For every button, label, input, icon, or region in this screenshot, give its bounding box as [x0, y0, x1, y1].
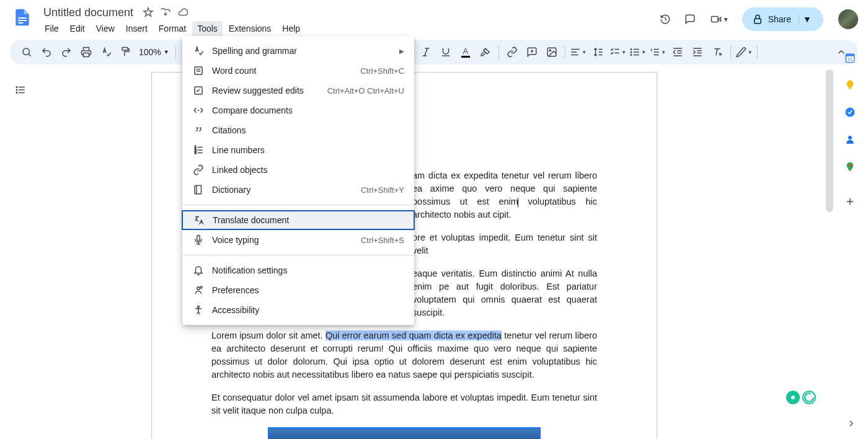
insert-image-icon[interactable]: [542, 43, 561, 61]
paragraph[interactable]: Et consequatur dolor vel amet ipsam sit …: [211, 391, 597, 417]
menu-format[interactable]: Format: [154, 21, 191, 36]
star-icon[interactable]: [142, 6, 154, 19]
insert-link-icon[interactable]: [503, 43, 521, 61]
tasks-icon[interactable]: [844, 107, 857, 119]
editing-mode-icon[interactable]: ▼: [735, 43, 753, 61]
menu-item-notification-settings[interactable]: Notification settings: [182, 260, 414, 280]
move-icon[interactable]: [159, 6, 172, 19]
text-color-icon[interactable]: A: [456, 43, 475, 61]
menu-tools[interactable]: Tools: [192, 21, 223, 36]
svg-rect-6: [84, 53, 89, 57]
compare-icon: [192, 104, 205, 117]
decrease-indent-icon[interactable]: [668, 43, 687, 61]
shortcut: Ctrl+Shift+Y: [361, 185, 404, 195]
search-icon[interactable]: [17, 43, 36, 61]
svg-rect-50: [197, 236, 200, 241]
menu-item-label: Dictionary: [212, 185, 361, 195]
print-icon[interactable]: [77, 43, 95, 61]
paragraph[interactable]: Lorem ipsum dolor sit amet. Qui error ea…: [211, 329, 597, 381]
checklist-icon[interactable]: ▼: [609, 43, 627, 61]
menu-item-word-count[interactable]: Word countCtrl+Shift+C: [182, 61, 414, 81]
history-icon[interactable]: [658, 12, 673, 27]
menu-item-line-numbers[interactable]: 123Line numbers: [182, 140, 414, 160]
svg-point-52: [200, 286, 202, 288]
menu-item-linked-objects[interactable]: Linked objects: [182, 160, 414, 180]
paint-format-icon[interactable]: [117, 43, 135, 61]
numbered-list-icon[interactable]: ▼: [649, 43, 667, 61]
add-comment-icon[interactable]: [523, 43, 541, 61]
clear-formatting-icon[interactable]: [708, 43, 727, 61]
italic-icon[interactable]: [417, 43, 435, 61]
doc-title[interactable]: Untitled document: [40, 5, 137, 20]
line-spacing-icon[interactable]: [589, 43, 608, 61]
menu-insert[interactable]: Insert: [121, 21, 153, 36]
svg-point-39: [16, 92, 17, 94]
menu-item-compare-documents[interactable]: Compare documents: [182, 100, 414, 120]
outline-icon[interactable]: [15, 84, 32, 102]
underline-icon[interactable]: [436, 43, 455, 61]
review-icon: [192, 84, 205, 97]
menu-file[interactable]: File: [40, 21, 64, 36]
menu-item-translate-document[interactable]: Translate document: [182, 210, 415, 230]
spell-icon: [192, 45, 205, 57]
svg-text:31: 31: [848, 56, 852, 62]
svg-point-51: [197, 287, 200, 290]
side-panel: 31: [833, 42, 868, 439]
mic-icon: [192, 234, 205, 246]
zoom-select[interactable]: 100%▼: [136, 47, 172, 57]
menu-item-dictionary[interactable]: DictionaryCtrl+Shift+Y: [182, 180, 414, 200]
menu-item-voice-typing[interactable]: Voice typingCtrl+Shift+S: [182, 230, 414, 250]
bell-icon: [192, 264, 205, 277]
expand-panel-icon[interactable]: [846, 418, 857, 432]
svg-point-38: [16, 89, 17, 91]
selected-text: Qui error earum sed quam dicta ex expedi…: [326, 330, 502, 340]
vertical-scrollbar[interactable]: [826, 69, 833, 212]
svg-rect-0: [18, 17, 26, 19]
menu-edit[interactable]: Edit: [65, 21, 90, 36]
menu-item-label: Spelling and grammar: [212, 46, 399, 56]
highlight-icon[interactable]: [476, 43, 495, 61]
link-icon: [192, 164, 205, 176]
inserted-image[interactable]: [268, 427, 541, 439]
share-caret-icon[interactable]: ▼: [799, 14, 813, 24]
menu-help[interactable]: Help: [277, 21, 305, 36]
svg-point-53: [198, 306, 200, 308]
menu-item-label: Line numbers: [212, 145, 404, 155]
keep-icon[interactable]: [844, 79, 857, 92]
menu-view[interactable]: View: [91, 21, 120, 36]
svg-point-37: [16, 87, 17, 88]
svg-rect-2: [18, 22, 23, 24]
cite-icon: [192, 124, 205, 136]
svg-point-13: [549, 50, 551, 51]
menu-item-label: Notification settings: [212, 265, 404, 275]
comments-icon[interactable]: [683, 12, 698, 27]
menu-item-accessibility[interactable]: Accessibility: [182, 300, 414, 320]
increase-indent-icon[interactable]: [688, 43, 707, 61]
cloud-status-icon[interactable]: [177, 6, 189, 19]
menu-item-label: Accessibility: [212, 305, 404, 315]
align-icon[interactable]: ▼: [569, 43, 588, 61]
menu-item-spelling-and-grammar[interactable]: Spelling and grammar▶: [182, 41, 414, 61]
calendar-icon[interactable]: 31: [844, 52, 857, 64]
menu-item-label: Review suggested edits: [212, 86, 327, 95]
meet-icon[interactable]: ▼: [707, 12, 732, 27]
share-button[interactable]: Share ▼: [742, 7, 823, 31]
lines-icon: 123: [192, 144, 205, 156]
undo-icon[interactable]: [37, 43, 56, 61]
menu-item-citations[interactable]: Citations: [182, 120, 414, 140]
menu-item-preferences[interactable]: Preferences: [182, 280, 414, 300]
a11y-icon: [192, 304, 205, 316]
redo-icon[interactable]: [57, 43, 76, 61]
shortcut: Ctrl+Alt+O Ctrl+Alt+U: [327, 86, 404, 95]
account-avatar[interactable]: [838, 9, 858, 29]
docs-logo[interactable]: [10, 5, 35, 30]
maps-icon[interactable]: [844, 161, 857, 174]
menu-extensions[interactable]: Extensions: [224, 21, 276, 36]
bulleted-list-icon[interactable]: ▼: [629, 43, 647, 61]
contacts-icon[interactable]: [844, 134, 857, 146]
spellcheck-icon[interactable]: [97, 43, 115, 61]
dict-icon: [192, 184, 205, 196]
menu-item-review-suggested-edits[interactable]: Review suggested editsCtrl+Alt+O Ctrl+Al…: [182, 81, 414, 100]
grammarly-widget[interactable]: [786, 391, 816, 404]
add-addon-icon[interactable]: [844, 196, 857, 208]
